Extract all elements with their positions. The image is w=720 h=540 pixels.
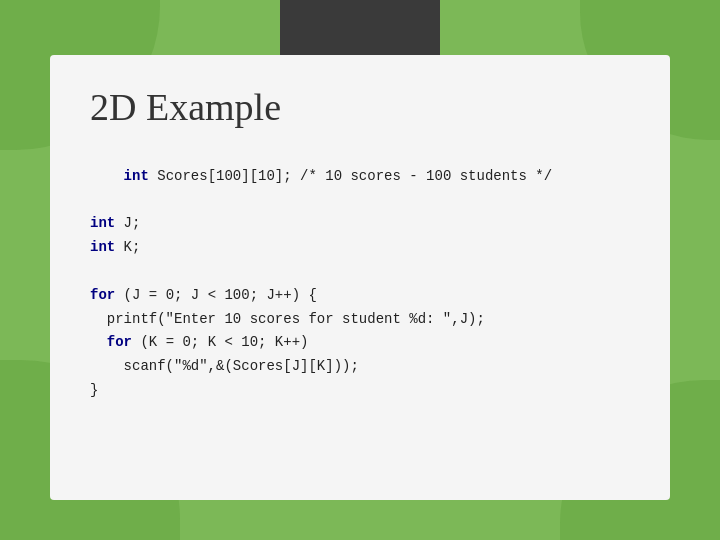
code-line-5: printf("Enter 10 scores for student %d: … bbox=[90, 311, 485, 327]
code-line-2: int J; bbox=[90, 215, 140, 231]
slide-title: 2D Example bbox=[90, 85, 630, 129]
code-line-blank2 bbox=[90, 263, 98, 279]
code-block: int Scores[100][10]; /* 10 scores - 100 … bbox=[90, 141, 630, 427]
code-line-4: for (J = 0; J < 100; J++) { bbox=[90, 287, 317, 303]
code-line-6: for (K = 0; K < 10; K++) bbox=[90, 334, 308, 350]
projector-placeholder bbox=[280, 0, 440, 55]
code-line-7: scanf("%d",&(Scores[J][K])); bbox=[90, 358, 359, 374]
code-line-3: int K; bbox=[90, 239, 140, 255]
code-line-1: int Scores[100][10]; /* 10 scores - 100 … bbox=[124, 168, 552, 184]
code-line-blank1 bbox=[90, 192, 98, 208]
code-line-8: } bbox=[90, 382, 98, 398]
slide-content-card: 2D Example int Scores[100][10]; /* 10 sc… bbox=[50, 55, 670, 500]
